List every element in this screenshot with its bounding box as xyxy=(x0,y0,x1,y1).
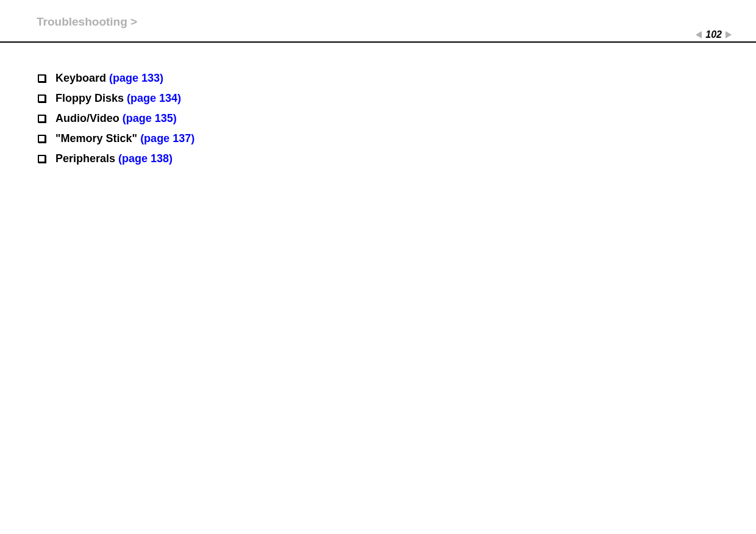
bullet-icon xyxy=(38,115,46,123)
item-label: "Memory Stick" xyxy=(55,132,137,145)
page-link[interactable]: (page 137) xyxy=(140,132,194,145)
page-navigation: 102 xyxy=(696,29,732,40)
item-label: Peripherals xyxy=(55,152,115,165)
page-link[interactable]: (page 138) xyxy=(118,152,173,165)
bullet-icon xyxy=(38,135,46,143)
bullet-icon xyxy=(38,155,46,163)
item-label: Keyboard xyxy=(55,72,106,85)
page-header: Troubleshooting > 102 xyxy=(0,0,756,43)
next-page-icon[interactable] xyxy=(726,31,732,38)
page-link[interactable]: (page 133) xyxy=(109,72,163,85)
list-item: "Memory Stick" (page 137) xyxy=(38,132,756,145)
item-label: Audio/Video xyxy=(55,112,119,125)
page-link[interactable]: (page 134) xyxy=(127,92,181,105)
bullet-icon xyxy=(38,74,46,82)
item-label: Floppy Disks xyxy=(55,92,124,105)
page-link[interactable]: (page 135) xyxy=(123,112,177,125)
prev-page-icon[interactable] xyxy=(696,31,702,38)
list-item: Peripherals (page 138) xyxy=(38,152,756,165)
list-item: Audio/Video (page 135) xyxy=(38,112,756,125)
breadcrumb[interactable]: Troubleshooting > xyxy=(37,15,137,29)
page-number: 102 xyxy=(705,29,722,40)
list-item: Keyboard (page 133) xyxy=(38,72,756,85)
bullet-icon xyxy=(38,94,46,102)
list-item: Floppy Disks (page 134) xyxy=(38,92,756,105)
content-area: Keyboard (page 133) Floppy Disks (page 1… xyxy=(0,43,756,165)
